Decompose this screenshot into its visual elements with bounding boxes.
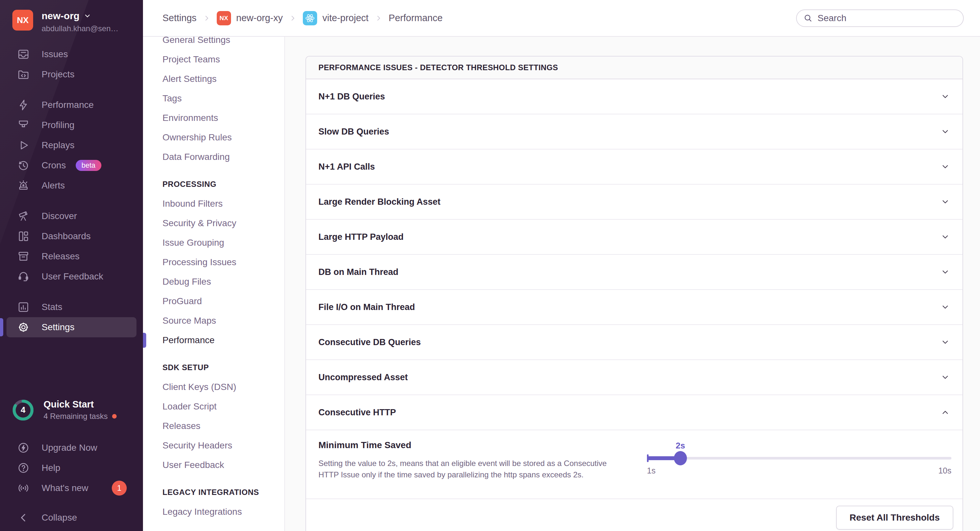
stats-icon [17,300,30,313]
breadcrumb-project[interactable]: vite-project [303,11,369,25]
sidebar-item-upgrade-now[interactable]: Upgrade Now [0,438,143,458]
setting-description: Setting the value to 2s, means that an e… [318,458,625,480]
subnav-item-environments[interactable]: Environments [143,108,284,128]
subnav-item-issue-grouping[interactable]: Issue Grouping [143,233,284,253]
subnav-item-performance[interactable]: Performance [143,331,284,350]
detector-row-large-http-payload[interactable]: Large HTTP Payload [306,220,963,255]
sidebar-item-stats[interactable]: Stats [0,297,143,317]
slider-max-label: 10s [939,466,951,475]
chevron-down-icon [84,12,91,20]
detector-row-consecutive-db-queries[interactable]: Consecutive DB Queries [306,325,963,360]
sidebar-item-crons[interactable]: Crons beta [0,155,143,175]
subnav-item-tags[interactable]: Tags [143,89,284,108]
sidebar-item-dashboards[interactable]: Dashboards [0,226,143,246]
detector-row-large-render-blocking-asset[interactable]: Large Render Blocking Asset [306,184,963,220]
slider-thumb[interactable] [674,451,687,465]
subnav-item-user-feedback[interactable]: User Feedback [143,455,284,475]
subnav-item-security-privacy[interactable]: Security & Privacy [143,213,284,233]
sidebar-item-settings[interactable]: Settings [6,317,137,337]
consecutive-http-expanded-section: Minimum Time Saved Setting the value to … [306,430,963,499]
upgrade-icon [17,441,30,454]
chevron-down-icon [940,302,950,312]
app-sidebar: NX new-org abdullah.khan@sen… Issues Pro… [0,0,143,531]
detector-row-n1-api-calls[interactable]: N+1 API Calls [306,149,963,184]
subnav-section-processing: PROCESSING [143,175,284,194]
breadcrumb-separator-icon [289,14,296,22]
beta-badge: beta [76,160,101,171]
pending-dot [112,414,117,418]
sidebar-item-help[interactable]: Help [0,458,143,478]
whats-new-badge: 1 [112,481,127,496]
subnav-item-project-teams[interactable]: Project Teams [143,50,284,69]
subnav-item-data-forwarding[interactable]: Data Forwarding [143,147,284,167]
subnav-item-legacy-integrations[interactable]: Legacy Integrations [143,502,284,521]
subnav-item-loader-script[interactable]: Loader Script [143,397,284,416]
breadcrumb-settings[interactable]: Settings [162,13,197,24]
org-switcher[interactable]: NX new-org abdullah.khan@sen… [12,10,138,33]
sidebar-item-alerts[interactable]: Alerts [0,175,143,196]
projects-icon [17,68,30,81]
sidebar-item-user-feedback[interactable]: User Feedback [0,267,143,287]
subnav-item-proguard[interactable]: ProGuard [143,291,284,311]
sidebar-item-whats-new[interactable]: What's new 1 [0,478,143,498]
react-icon [303,11,317,25]
subnav-item-inbound-filters[interactable]: Inbound Filters [143,194,284,213]
org-name[interactable]: new-org [41,10,80,21]
subnav-section-sdk-setup: SDK SETUP [143,358,284,377]
detector-row-uncompressed-asset[interactable]: Uncompressed Asset [306,360,963,395]
subnav-item-client-keys[interactable]: Client Keys (DSN) [143,377,284,397]
detector-row-db-on-main-thread[interactable]: DB on Main Thread [306,255,963,290]
minimum-time-saved-slider[interactable]: 2s 1s 10s [647,440,951,479]
subnav-section-legacy-integrations: LEGACY INTEGRATIONS [143,483,284,502]
profiling-icon [17,119,30,132]
quickstart-count: 4 [12,399,34,421]
threshold-settings-panel: PERFORMANCE ISSUES - DETECTOR THRESHOLD … [305,56,963,531]
alerts-icon [17,179,30,192]
sidebar-item-issues[interactable]: Issues [0,44,143,64]
sidebar-item-projects[interactable]: Projects [0,64,143,84]
reset-all-thresholds-button[interactable]: Reset All Thresholds [836,506,953,530]
help-icon [17,461,30,474]
replays-icon [17,139,30,152]
breadcrumb-org[interactable]: NX new-org-xy [217,11,283,25]
detector-row-n1-db-queries[interactable]: N+1 DB Queries [306,79,963,114]
slider-value-label: 2s [676,440,685,451]
chevron-down-icon [940,162,950,172]
global-search[interactable] [796,10,964,27]
breadcrumb-separator-icon [375,14,382,22]
chevron-up-icon [940,407,950,417]
slider-track[interactable] [647,457,951,459]
releases-icon [17,250,30,263]
search-input[interactable] [818,13,957,24]
chevron-down-icon [940,232,950,242]
chevron-down-icon [940,337,950,347]
subnav-item-source-maps[interactable]: Source Maps [143,311,284,331]
subnav-item-releases[interactable]: Releases [143,416,284,436]
slider-min-label: 1s [647,466,655,475]
sidebar-item-performance[interactable]: Performance [0,95,143,115]
subnav-item-ownership-rules[interactable]: Ownership Rules [143,128,284,147]
subnav-item-processing-issues[interactable]: Processing Issues [143,253,284,272]
chevron-down-icon [940,92,950,102]
setting-label: Minimum Time Saved [318,440,625,450]
sidebar-item-replays[interactable]: Replays [0,135,143,155]
detector-row-consecutive-http[interactable]: Consecutive HTTP [306,395,963,430]
subnav-item-debug-files[interactable]: Debug Files [143,272,284,291]
collapse-sidebar-button[interactable]: Collapse [0,507,143,528]
chevron-down-icon [940,127,950,137]
whats-new-icon [17,482,30,494]
subnav-item-general-settings[interactable]: General Settings [143,37,284,50]
search-icon [803,13,813,23]
org-avatar[interactable]: NX [12,10,33,30]
sidebar-item-profiling[interactable]: Profiling [0,115,143,135]
detector-row-file-io-on-main-thread[interactable]: File I/O on Main Thread [306,290,963,325]
org-user-email: abdullah.khan@sen… [41,24,119,33]
chevron-down-icon [940,372,950,382]
quickstart-widget[interactable]: 4 Quick Start 4 Remaining tasks [12,399,117,421]
subnav-item-security-headers[interactable]: Security Headers [143,436,284,455]
quickstart-subtitle: 4 Remaining tasks [43,412,108,421]
subnav-item-alert-settings[interactable]: Alert Settings [143,69,284,89]
sidebar-item-discover[interactable]: Discover [0,206,143,226]
sidebar-item-releases[interactable]: Releases [0,246,143,267]
detector-row-slow-db-queries[interactable]: Slow DB Queries [306,114,963,149]
